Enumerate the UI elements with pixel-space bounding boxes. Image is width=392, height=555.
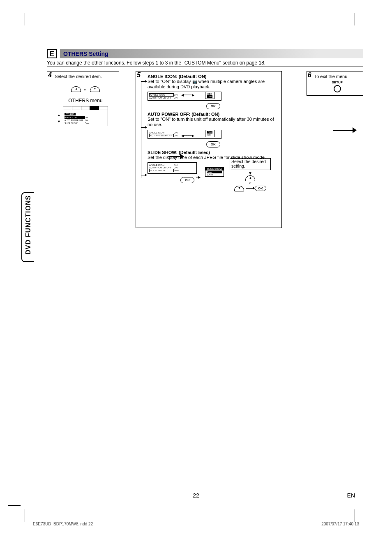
right-arrow-icon: ━▶: [196, 175, 201, 179]
angle-desc: Set to "ON" to display 📷 when multiple c…: [148, 79, 279, 89]
down-guide-arrow: ▼: [230, 171, 271, 175]
language-code: EN: [347, 492, 355, 499]
auto-options: ON OFF: [205, 130, 214, 137]
osd-key: ANGLE ICON: [65, 116, 85, 119]
angle-title: ANGLE ICON: (Default: ON): [148, 74, 279, 79]
osd-key: SLIDE SHOW: [65, 122, 85, 124]
angle-icon-block: ANGLE ICON: (Default: ON) Set to "ON" to…: [148, 74, 279, 109]
slide-option-box: SLIDE SHOW 5sec 10sec: [205, 167, 224, 177]
ok-button-icon: OK: [180, 177, 194, 183]
slide-title: SLIDE SHOW: (Default: 5sec): [148, 150, 279, 155]
ok-button-icon: OK: [206, 103, 220, 109]
or-text: or: [84, 88, 87, 91]
others-osd: ▲▼ OTHERS ANGLE ICONON AUTO POWER OFFON …: [63, 106, 108, 126]
step4-text: Select the desired item.: [55, 74, 102, 79]
osd-row: ANGLE ICONON: [65, 116, 106, 119]
step6-panel: 6 To exit the menu SETUP: [307, 71, 363, 96]
osd-row: SLIDE SHOW5sec: [149, 169, 195, 172]
or-text: or: [230, 181, 271, 184]
osd-key: AUTO POWER OFF: [65, 119, 85, 122]
step5-panel: 5 ANGLE ICON: (Default: ON) Set to "ON" …: [136, 71, 282, 228]
step6-number: 6: [308, 71, 311, 79]
auto-title: AUTO POWER OFF: (Default: ON): [148, 112, 279, 117]
step4-panel: 4 Select the desired item. or OTHERS men…: [47, 71, 119, 151]
auto-power-block: AUTO POWER OFF: (Default: ON) Set to "ON…: [148, 112, 279, 147]
osd-row: SLIDE SHOW5sec: [65, 122, 106, 124]
ok-button-icon: OK: [206, 141, 220, 147]
osd-val: 5sec: [174, 169, 180, 172]
up-button-icon: [245, 175, 255, 181]
crop-mark: [8, 505, 21, 506]
lr-arrows-icon: ◀━━━━▶: [181, 134, 194, 138]
osd-val: 5sec: [85, 122, 90, 124]
down-button-icon: [90, 86, 100, 92]
slide-opt-header: SLIDE SHOW: [205, 167, 224, 170]
side-tab: DVD FUNCTIONS: [25, 195, 32, 255]
camera-icon: 📷: [192, 79, 197, 84]
osd-key: AUTO POWER OFF: [149, 134, 174, 137]
section-header: E OTHERS Setting: [47, 49, 363, 58]
section-title: OTHERS Setting: [60, 49, 363, 58]
osd-val: ON: [174, 97, 180, 99]
osd-val: ON: [174, 131, 180, 134]
select-desired-text: Select the desired setting.: [230, 158, 271, 170]
setup-circle-icon: [334, 85, 341, 92]
osd-tabbar: [63, 106, 108, 110]
slide-select-flow: Select the desired setting. ▼ or OK: [230, 158, 271, 191]
crop-mark: [8, 29, 21, 29]
slide-show-block: SLIDE SHOW: (Default: 5sec) Set the disp…: [148, 150, 279, 184]
crop-mark: [355, 13, 355, 25]
footer-date: 2007/07/17 17:40:13: [321, 522, 359, 526]
opt: OFF: [207, 134, 212, 136]
others-menu-title: OTHERS menu: [55, 98, 116, 104]
lr-arrows-icon: ◀━━━━▶: [181, 93, 194, 97]
osd-key: AUTO POWER OFF: [149, 97, 174, 99]
angle-options: OFF ON: [205, 92, 214, 99]
slide-osd: ANGLE ICONON AUTO POWER OFFON SLIDE SHOW…: [148, 162, 197, 174]
down-button-icon: [234, 186, 244, 191]
angle-desc-1: Set to "ON" to display: [148, 79, 192, 84]
crop-mark: [355, 509, 355, 522]
step4-number: 4: [48, 71, 52, 79]
section-rule: [47, 67, 363, 67]
flow-arrow-5-6: [333, 127, 357, 133]
panels: 4 Select the desired item. or OTHERS men…: [47, 71, 363, 228]
osd-val: ON: [85, 119, 88, 122]
setup-label: SETUP: [314, 81, 360, 84]
footer-file: E6E73UD_BDP170MW8.indd 22: [33, 522, 93, 526]
auto-desc: Set to "ON" to turn this unit off automa…: [148, 117, 279, 127]
step4-nav-buttons: or: [55, 86, 116, 92]
section-desc: You can change the other functions. Foll…: [47, 60, 363, 66]
osd-val: ON: [174, 134, 180, 137]
step5-number: 5: [137, 71, 141, 79]
ok-button-icon: OK: [255, 186, 266, 191]
up-button-icon: [71, 86, 81, 92]
osd-val: ON: [85, 116, 88, 119]
crop-mark: [25, 13, 25, 25]
section-letter: E: [47, 49, 57, 58]
osd-key: SLIDE SHOW: [149, 169, 174, 172]
osd-tab-label: OTHERS: [65, 113, 76, 115]
crop-mark: [25, 509, 25, 522]
osd-row: AUTO POWER OFFON: [65, 119, 106, 122]
page-content: E OTHERS Setting You can change the othe…: [47, 49, 363, 228]
opt: 10sec: [207, 173, 222, 176]
step6-text: To exit the menu: [314, 74, 348, 79]
angle-osd: ANGLE ICONON AUTO POWER OFFON OFF ON ◀━━…: [148, 92, 221, 101]
osd-val: ON: [174, 94, 180, 96]
osd-key: ANGLE ICON: [149, 93, 174, 97]
page-number: – 22 –: [0, 492, 392, 499]
setup-button-graphic: SETUP: [314, 81, 360, 92]
auto-osd: ANGLE ICONON AUTO POWER OFFON ON OFF ◀━━…: [148, 130, 221, 139]
osd-val: ON: [174, 166, 180, 169]
osd-nav-arrows-icon: ▲▼: [57, 113, 61, 123]
branch-lines: [138, 81, 144, 178]
opt-selected: ON: [207, 95, 212, 98]
right-arrow-icon: [246, 188, 253, 189]
